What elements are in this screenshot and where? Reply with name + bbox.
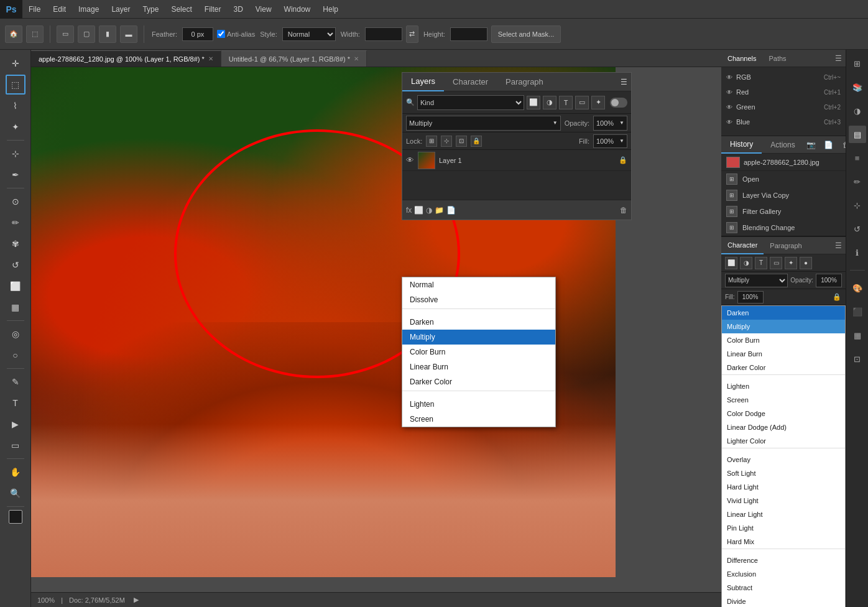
group-layer-btn[interactable]: 📁 xyxy=(435,206,444,215)
filter-toggle[interactable] xyxy=(610,98,627,108)
swap-btn[interactable]: ⇄ xyxy=(406,25,418,43)
pen-tool[interactable]: ✎ xyxy=(6,372,25,392)
dodge-tool[interactable]: ○ xyxy=(6,345,25,365)
menu-edit[interactable]: Edit xyxy=(47,0,72,18)
lock-artboards-btn[interactable]: ⊡ xyxy=(456,136,467,147)
floating-blend-select[interactable]: Multiply ▼ xyxy=(406,116,561,131)
workspace-icon[interactable]: ⊞ xyxy=(849,55,866,72)
history-item-open[interactable]: ⊞ Open xyxy=(721,171,846,187)
dd-dissolve[interactable]: Dissolve xyxy=(402,292,555,307)
width-input[interactable] xyxy=(365,27,402,41)
path-select-tool[interactable]: ▶ xyxy=(6,414,25,434)
lasso-tool[interactable]: ⌇ xyxy=(6,96,25,116)
history-brush-tool[interactable]: ↺ xyxy=(6,255,25,275)
adjustments-icon[interactable]: ◑ xyxy=(849,102,866,119)
layer-mask-btn[interactable]: ⬜ xyxy=(414,206,423,215)
info-icon[interactable]: ℹ xyxy=(849,244,866,261)
rdd-colordodge[interactable]: Color Dodge xyxy=(722,407,845,420)
channels-menu-btn[interactable]: ☰ xyxy=(835,54,846,63)
dd-screen[interactable]: Screen xyxy=(402,412,555,427)
char-filter-circle[interactable]: ● xyxy=(800,257,812,269)
dd-multiply[interactable]: Multiply xyxy=(402,330,555,345)
single-row-btn[interactable]: ▬ xyxy=(120,25,137,43)
filter-shape-icon[interactable]: ▭ xyxy=(575,96,589,109)
canvas-tab-1[interactable]: Untitled-1 @ 66,7% (Layer 1, RGB/8#) * ✕ xyxy=(221,50,367,67)
floating-fill-input[interactable]: 100% ▼ xyxy=(593,134,627,148)
history-snapshot-btn[interactable]: 📷 xyxy=(804,137,819,152)
rdd-darken[interactable]: Darken xyxy=(722,306,845,320)
select-mask-btn[interactable]: Select and Mask... xyxy=(491,25,561,43)
char-menu-right[interactable]: ☰ xyxy=(835,241,846,250)
char-filter-txt[interactable]: T xyxy=(755,257,767,269)
rdd-linearlight[interactable]: Linear Light xyxy=(722,507,845,521)
menu-help[interactable]: Help xyxy=(316,0,344,18)
menu-select[interactable]: Select xyxy=(165,0,198,18)
floating-tab-layers[interactable]: Layers xyxy=(402,73,444,91)
menu-layer[interactable]: Layer xyxy=(105,0,136,18)
char-fill-input[interactable] xyxy=(737,291,764,304)
dd-colorburn[interactable]: Color Burn xyxy=(402,345,555,359)
clone-source-icon[interactable]: ⊹ xyxy=(849,197,866,214)
floating-tab-paragraph[interactable]: Paragraph xyxy=(497,73,552,91)
brush-preset-icon[interactable]: ✏ xyxy=(849,173,866,190)
dd-darkercolor[interactable]: Darker Color xyxy=(402,374,555,389)
patterns-icon[interactable]: ⊡ xyxy=(849,350,866,368)
marquee-tool[interactable]: ⬚ xyxy=(6,75,25,95)
menu-filter[interactable]: Filter xyxy=(198,0,228,18)
filter-smart-icon[interactable]: ✦ xyxy=(591,96,605,109)
home-btn[interactable]: 🏠 xyxy=(5,25,22,43)
char-opacity-input[interactable] xyxy=(816,274,842,287)
quick-select-tool[interactable]: ✦ xyxy=(6,117,25,137)
adjustment-layer-btn[interactable]: ◑ xyxy=(426,206,432,215)
blur-tool[interactable]: ◎ xyxy=(6,324,25,344)
delete-layer-btn[interactable]: 🗑 xyxy=(620,206,627,215)
rdd-difference[interactable]: Difference xyxy=(722,554,845,567)
history-item-layercopy[interactable]: ⊞ Layer Via Copy xyxy=(721,187,846,203)
text-tool[interactable]: T xyxy=(6,393,25,413)
char-filter-sm[interactable]: ✦ xyxy=(785,257,797,269)
antialiased-checkbox[interactable] xyxy=(217,30,225,38)
channel-red[interactable]: 👁 Red Ctrl+1 xyxy=(721,85,846,100)
shape-tool[interactable]: ▭ xyxy=(6,435,25,455)
floating-tab-character[interactable]: Character xyxy=(444,73,497,91)
lock-pixels-btn[interactable]: ⊞ xyxy=(426,136,437,147)
crop-tool[interactable]: ⊹ xyxy=(6,144,25,164)
lock-position-btn[interactable]: ⊹ xyxy=(441,136,452,147)
char-blend-select[interactable]: Multiply xyxy=(725,274,788,287)
lock-all-btn[interactable]: 🔒 xyxy=(471,136,482,147)
rdd-lighten[interactable]: Lighten xyxy=(722,379,845,393)
rdd-linearburn[interactable]: Linear Burn xyxy=(722,347,845,361)
rdd-divide[interactable]: Divide xyxy=(722,595,845,607)
marquee-btn[interactable]: ⬚ xyxy=(26,25,44,43)
layer-eye-icon[interactable]: 👁 xyxy=(406,155,414,165)
history-strip-icon[interactable]: ↺ xyxy=(849,220,866,238)
feather-input[interactable] xyxy=(182,27,213,41)
eraser-tool[interactable]: ⬜ xyxy=(6,276,25,296)
rdd-hardlight[interactable]: Hard Light xyxy=(722,480,845,494)
actions-tab[interactable]: Actions xyxy=(762,136,803,154)
antialiased-check[interactable]: Anti-alias xyxy=(217,30,255,38)
menu-type[interactable]: Type xyxy=(136,0,165,18)
rdd-multiply[interactable]: Multiply xyxy=(722,320,845,333)
dd-lighten[interactable]: Lighten xyxy=(402,397,555,412)
floating-layer-item[interactable]: 👁 Layer 1 🔒 xyxy=(402,150,631,171)
rdd-softlight[interactable]: Soft Light xyxy=(722,466,845,480)
floating-kind-select[interactable]: Kind xyxy=(417,95,524,110)
spot-heal-tool[interactable]: ⊙ xyxy=(6,192,25,211)
status-arrow[interactable]: ▶ xyxy=(134,596,139,604)
new-layer-btn[interactable]: 📄 xyxy=(446,206,456,215)
dd-darken[interactable]: Darken xyxy=(402,315,555,330)
filter-adjust-icon[interactable]: ◑ xyxy=(543,96,556,109)
rdd-screen[interactable]: Screen xyxy=(722,393,845,407)
gradient-strip-icon[interactable]: ▦ xyxy=(849,327,866,344)
filter-text-icon[interactable]: T xyxy=(559,96,573,109)
channel-rgb[interactable]: 👁 RGB Ctrl+~ xyxy=(721,70,846,85)
foreground-color[interactable] xyxy=(9,510,22,524)
height-input[interactable] xyxy=(450,27,487,41)
rdd-overlay[interactable]: Overlay xyxy=(722,453,845,466)
canvas-tab-0-close[interactable]: ✕ xyxy=(208,55,213,62)
dd-normal[interactable]: Normal xyxy=(402,277,555,292)
menu-image[interactable]: Image xyxy=(72,0,105,18)
dd-linearburn[interactable]: Linear Burn xyxy=(402,359,555,374)
canvas-tab-0[interactable]: apple-2788662_1280.jpg @ 100% (Layer 1, … xyxy=(31,50,221,67)
